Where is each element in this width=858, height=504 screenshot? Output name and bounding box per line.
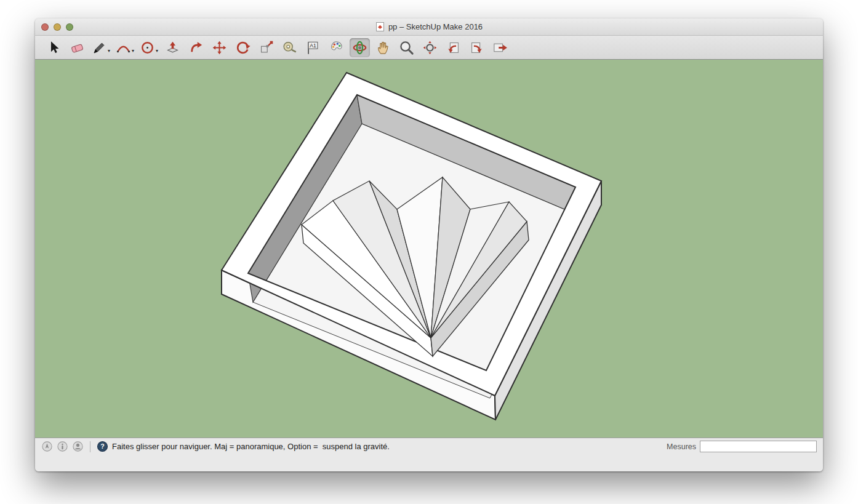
tool-circle-button[interactable]: ▾ (138, 38, 159, 57)
tool-line-button[interactable]: ▾ (90, 38, 111, 57)
select-icon (46, 40, 62, 55)
tool-next-view-button[interactable] (467, 38, 487, 57)
sketchup-window: pp – SketchUp Make 2016 ▾▾▾A1 (35, 18, 823, 471)
measurements-input[interactable] (700, 441, 817, 452)
viewport (35, 60, 823, 438)
tool-push-pull-button[interactable] (162, 38, 183, 57)
close-button[interactable] (41, 23, 49, 31)
tool-tape-measure-button[interactable] (279, 38, 300, 57)
tool-move-button[interactable] (209, 38, 230, 57)
zoom-extents-icon (422, 40, 438, 55)
tool-follow-me-button[interactable] (186, 38, 206, 57)
tool-previous-view-button[interactable] (443, 38, 463, 57)
chevron-down-icon: ▾ (132, 48, 134, 57)
chevron-down-icon: ▾ (108, 48, 110, 57)
scale-icon (259, 40, 274, 55)
tool-eraser-button[interactable] (67, 38, 87, 57)
measurements-label: Mesures (667, 442, 696, 451)
arc-icon (116, 40, 131, 55)
orbit-icon (352, 40, 367, 55)
previous-view-icon (446, 40, 461, 55)
line-icon (92, 40, 107, 55)
svg-text:A1: A1 (310, 42, 316, 48)
model-canvas[interactable] (35, 60, 823, 438)
credits-icon[interactable] (57, 441, 68, 452)
zoom-icon (399, 40, 414, 55)
tool-rotate-button[interactable] (233, 38, 253, 57)
circle-icon (140, 40, 155, 55)
push-pull-icon (165, 40, 180, 55)
zoom-button[interactable] (66, 23, 73, 31)
window-bottom-chrome (35, 455, 823, 471)
chevron-down-icon: ▾ (156, 48, 158, 57)
statusbar-icons: ? (41, 441, 108, 452)
text-icon: A1 (305, 40, 321, 55)
window-title: pp – SketchUp Make 2016 (375, 22, 483, 31)
export-model-icon (492, 40, 508, 55)
follow-me-icon (188, 40, 204, 55)
svg-text:?: ? (100, 442, 104, 450)
tool-export-model-button[interactable] (490, 38, 510, 57)
tool-zoom-button[interactable] (396, 38, 417, 57)
status-message: Faites glisser pour naviguer. Maj = pano… (112, 442, 390, 451)
statusbar: ? Faites glisser pour naviguer. Maj = pa… (35, 438, 823, 455)
next-view-icon (469, 40, 484, 55)
eraser-icon (70, 40, 85, 55)
toolbar: ▾▾▾A1 (35, 36, 823, 60)
window-title-text: pp – SketchUp Make 2016 (388, 22, 483, 31)
tool-orbit-button[interactable] (350, 38, 370, 57)
tool-text-button[interactable]: A1 (303, 38, 323, 57)
help-icon[interactable]: ? (97, 441, 108, 452)
minimize-button[interactable] (54, 23, 61, 31)
measurements-group: Mesures (667, 441, 817, 452)
statusbar-divider (90, 441, 90, 452)
pan-icon (375, 40, 391, 55)
sketchup-document-icon (375, 22, 385, 31)
titlebar[interactable]: pp – SketchUp Make 2016 (35, 18, 823, 36)
move-icon (212, 40, 227, 55)
rotate-icon (235, 40, 251, 55)
sign-in-icon[interactable] (72, 441, 84, 452)
tool-scale-button[interactable] (256, 38, 276, 57)
tool-arc-button[interactable]: ▾ (114, 38, 135, 57)
tape-measure-icon (282, 40, 297, 55)
tool-paint-bucket-button[interactable] (326, 38, 347, 57)
traffic-lights (41, 23, 73, 31)
geolocation-icon[interactable] (41, 441, 53, 452)
paint-bucket-icon (329, 40, 344, 55)
tool-select-button[interactable] (44, 38, 64, 57)
tool-zoom-extents-button[interactable] (420, 38, 440, 57)
tool-pan-button[interactable] (373, 38, 393, 57)
